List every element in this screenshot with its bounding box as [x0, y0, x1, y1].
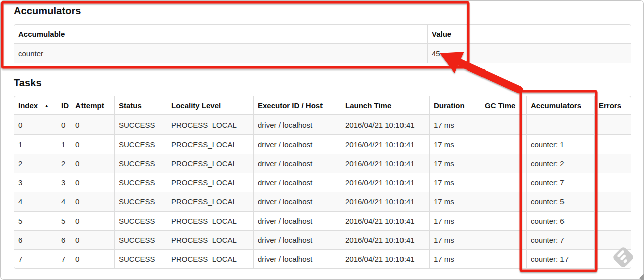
tasks-table-cell-id: 6 [57, 230, 71, 249]
tasks-table-cell-launch-time: 2016/04/21 10:10:41 [341, 230, 429, 249]
tasks-table-cell-accumulators: counter: 17 [526, 249, 594, 268]
tasks-table-cell-attempt: 0 [71, 115, 114, 134]
tasks-table-cell-accumulators: counter: 6 [526, 211, 594, 230]
accumulators-section-title: Accumulators [14, 5, 630, 17]
accumulators-table: AccumulableValue counter45 [14, 24, 631, 63]
tasks-table-cell-id: 4 [57, 192, 71, 211]
tasks-table-cell-attempt: 0 [71, 134, 114, 154]
header-row: AccumulableValue [14, 25, 631, 44]
tasks-section-title: Tasks [14, 77, 630, 89]
tasks-table-cell-executor-id-host: driver / localhost [253, 173, 341, 192]
tasks-table-cell-locality-level: PROCESS_LOCAL [167, 230, 253, 249]
tasks-table-header-gc-time[interactable]: GC Time [480, 96, 526, 115]
tasks-table-cell-index: 1 [14, 134, 57, 154]
tasks-table-cell-attempt: 0 [71, 154, 114, 173]
tasks-table-header-accumulators[interactable]: Accumulators [526, 96, 594, 115]
tasks-table-cell-executor-id-host: driver / localhost [253, 134, 341, 154]
table-row: 550SUCCESSPROCESS_LOCALdriver / localhos… [14, 211, 631, 230]
tasks-table-cell-gc-time [480, 249, 526, 268]
tasks-table-cell-executor-id-host: driver / localhost [253, 230, 341, 249]
tasks-table-cell-index: 6 [14, 230, 57, 249]
tasks-table-cell-status: SUCCESS [114, 192, 167, 211]
tasks-table-cell-errors [594, 154, 631, 173]
tasks-table-cell-locality-level: PROCESS_LOCAL [167, 192, 253, 211]
tasks-table-cell-duration: 17 ms [429, 134, 480, 154]
table-row: 330SUCCESSPROCESS_LOCALdriver / localhos… [14, 173, 631, 192]
tasks-table-cell-executor-id-host: driver / localhost [253, 154, 341, 173]
tasks-table-cell-duration: 17 ms [429, 211, 480, 230]
tasks-table-cell-index: 2 [14, 154, 57, 173]
spark-stage-page: Accumulators AccumulableValue counter45 … [0, 0, 644, 280]
tasks-table-cell-gc-time [480, 211, 526, 230]
tasks-table-header-id[interactable]: ID [57, 96, 71, 115]
tasks-table-cell-accumulators: counter: 5 [526, 192, 594, 211]
tasks-table-header-status[interactable]: Status [114, 96, 167, 115]
tasks-table-cell-locality-level: PROCESS_LOCAL [167, 154, 253, 173]
tasks-table-cell-status: SUCCESS [114, 154, 167, 173]
tasks-table-cell-attempt: 0 [71, 249, 114, 268]
tasks-table-cell-accumulators: counter: 2 [526, 154, 594, 173]
tasks-table-cell-index: 3 [14, 173, 57, 192]
tasks-table-cell-duration: 17 ms [429, 192, 480, 211]
tasks-table-header-executor-id-host[interactable]: Executor ID / Host [253, 96, 341, 115]
tasks-table-cell-status: SUCCESS [114, 249, 167, 268]
tasks-table-cell-id: 3 [57, 173, 71, 192]
tasks-table-cell-errors [594, 249, 631, 268]
accumulators-table-header-value: Value [427, 25, 631, 44]
tasks-table-cell-errors [594, 115, 631, 134]
tasks-table-cell-accumulators: counter: 7 [526, 173, 594, 192]
tasks-table-cell-executor-id-host: driver / localhost [253, 249, 341, 268]
tasks-table-cell-executor-id-host: driver / localhost [253, 115, 341, 134]
tasks-table-cell-duration: 17 ms [429, 154, 480, 173]
tasks-table-cell-status: SUCCESS [114, 134, 167, 154]
tasks-table-cell-index: 0 [14, 115, 57, 134]
table-row: 660SUCCESSPROCESS_LOCALdriver / localhos… [14, 230, 631, 249]
tasks-table-cell-id: 2 [57, 154, 71, 173]
header-row: Index▲IDAttemptStatusLocality LevelExecu… [14, 96, 631, 115]
tasks-table-cell-status: SUCCESS [114, 230, 167, 249]
sort-ascending-icon: ▲ [44, 103, 49, 108]
accumulators-table-cell-accumulable: counter [14, 44, 427, 63]
tasks-table-cell-status: SUCCESS [114, 173, 167, 192]
tasks-table-cell-attempt: 0 [71, 230, 114, 249]
tasks-table-cell-locality-level: PROCESS_LOCAL [167, 134, 253, 154]
tasks-table-cell-errors [594, 192, 631, 211]
tasks-table-cell-gc-time [480, 192, 526, 211]
tasks-table-cell-status: SUCCESS [114, 115, 167, 134]
tasks-table-header-locality-level[interactable]: Locality Level [167, 96, 253, 115]
tasks-table-cell-gc-time [480, 230, 526, 249]
tasks-table-cell-launch-time: 2016/04/21 10:10:41 [341, 173, 429, 192]
tasks-table-cell-locality-level: PROCESS_LOCAL [167, 211, 253, 230]
tasks-table-cell-attempt: 0 [71, 211, 114, 230]
tasks-table-cell-errors [594, 173, 631, 192]
tasks-table-header-duration[interactable]: Duration [429, 96, 480, 115]
tasks-table-cell-launch-time: 2016/04/21 10:10:41 [341, 211, 429, 230]
tasks-table-cell-locality-level: PROCESS_LOCAL [167, 173, 253, 192]
tasks-table-cell-duration: 17 ms [429, 173, 480, 192]
tasks-table-cell-errors [594, 230, 631, 249]
accumulators-table-header-accumulable: Accumulable [14, 25, 427, 44]
table-row: 110SUCCESSPROCESS_LOCALdriver / localhos… [14, 134, 631, 154]
tasks-table-cell-attempt: 0 [71, 173, 114, 192]
tasks-table-header-launch-time[interactable]: Launch Time [341, 96, 429, 115]
accumulators-table-cell-value: 45 [427, 44, 631, 63]
tasks-table-cell-launch-time: 2016/04/21 10:10:41 [341, 134, 429, 154]
tasks-table-header-index[interactable]: Index▲ [14, 96, 57, 115]
tasks-table-cell-id: 1 [57, 134, 71, 154]
table-row: 770SUCCESSPROCESS_LOCALdriver / localhos… [14, 249, 631, 268]
table-row: 000SUCCESSPROCESS_LOCALdriver / localhos… [14, 115, 631, 134]
table-row: counter45 [14, 44, 631, 63]
tasks-table-cell-status: SUCCESS [114, 211, 167, 230]
tasks-table-cell-accumulators: counter: 7 [526, 230, 594, 249]
tasks-table-cell-executor-id-host: driver / localhost [253, 211, 341, 230]
tasks-table-cell-locality-level: PROCESS_LOCAL [167, 115, 253, 134]
tasks-table-cell-launch-time: 2016/04/21 10:10:41 [341, 192, 429, 211]
tasks-table-cell-attempt: 0 [71, 192, 114, 211]
tasks-table-header-attempt[interactable]: Attempt [71, 96, 114, 115]
tasks-table-cell-index: 5 [14, 211, 57, 230]
tasks-table-cell-gc-time [480, 154, 526, 173]
table-row: 220SUCCESSPROCESS_LOCALdriver / localhos… [14, 154, 631, 173]
tasks-table-cell-gc-time [480, 115, 526, 134]
tasks-table-header-errors[interactable]: Errors [594, 96, 631, 115]
table-row: 440SUCCESSPROCESS_LOCALdriver / localhos… [14, 192, 631, 211]
